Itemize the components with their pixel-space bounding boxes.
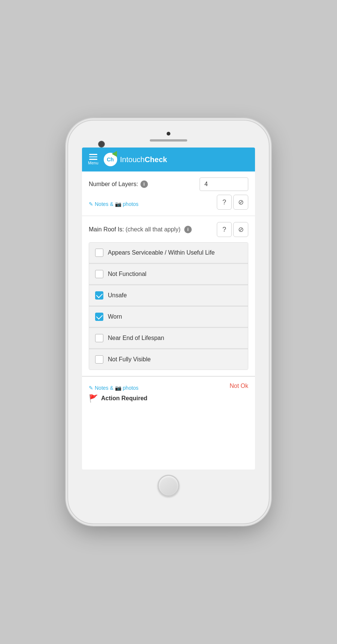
phone-bottom: [158, 470, 179, 504]
checkbox-worn-label: Worn: [108, 313, 122, 320]
main-roof-section: Main Roof Is: (check all that apply) i ?…: [82, 216, 255, 376]
checkbox-worn[interactable]: Worn: [89, 307, 248, 328]
checkbox-unsafe-label: Unsafe: [108, 292, 127, 299]
phone-camera-lens: [98, 141, 105, 148]
phone-top-bar: [68, 132, 269, 148]
logo-icon: Ch: [104, 153, 117, 166]
layers-btn-group: ? ⊘: [217, 195, 248, 210]
speaker: [150, 139, 187, 142]
checkbox-serviceable-box[interactable]: [95, 249, 103, 257]
logo-leaf: [112, 149, 119, 157]
checkbox-not-functional-label: Not Functional: [108, 271, 146, 277]
checkbox-not-visible-label: Not Fully Visible: [108, 356, 151, 363]
main-roof-label: Main Roof Is:: [89, 226, 124, 233]
layers-row: Number of Layers: i: [89, 177, 248, 191]
roof-notes-anchor[interactable]: ✎ Notes & 📷 photos: [89, 385, 139, 391]
main-roof-info-icon[interactable]: i: [184, 226, 192, 233]
phone-screen: Menu Ch IntouchCheck Number of Layers:: [82, 148, 255, 470]
logo-area: Ch IntouchCheck: [104, 153, 167, 166]
phone-frame: Menu Ch IntouchCheck Number of Layers:: [67, 120, 270, 524]
number-of-layers-section: Number of Layers: i ✎ Notes & 📷 photos: [82, 171, 255, 216]
app-header: Menu Ch IntouchCheck: [82, 148, 255, 171]
checkbox-serviceable-label: Appears Serviceable / Within Useful Life: [108, 249, 215, 256]
app-title: IntouchCheck: [120, 155, 167, 164]
layers-question-btn[interactable]: ?: [217, 195, 232, 210]
camera-icon: 📷: [115, 201, 121, 207]
checkbox-not-functional-box[interactable]: [95, 270, 103, 278]
checkbox-worn-box[interactable]: [95, 313, 103, 321]
home-button[interactable]: [158, 475, 179, 496]
checkbox-serviceable[interactable]: Appears Serviceable / Within Useful Life: [89, 243, 248, 264]
checkbox-not-visible[interactable]: Not Fully Visible: [89, 349, 248, 370]
bottom-bar-top-row: ✎ Notes & 📷 photos Not Ok: [89, 381, 248, 391]
checkbox-near-end[interactable]: Near End of Lifespan: [89, 328, 248, 349]
hamburger-menu-button[interactable]: [89, 154, 97, 160]
layers-cancel-btn[interactable]: ⊘: [233, 195, 248, 210]
checkbox-not-visible-box[interactable]: [95, 355, 103, 364]
bottom-action-bar: ✎ Notes & 📷 photos Not Ok 🚩 Action Requi…: [82, 376, 255, 407]
checkbox-near-end-label: Near End of Lifespan: [108, 335, 164, 341]
checkbox-unsafe[interactable]: Unsafe: [89, 285, 248, 307]
checkbox-unsafe-box[interactable]: [95, 291, 103, 300]
layers-notes-link[interactable]: ✎ Notes & 📷 photos: [89, 201, 139, 207]
roof-notes-link[interactable]: ✎ Notes & 📷 photos: [89, 385, 139, 391]
checkbox-near-end-box[interactable]: [95, 334, 103, 342]
main-roof-question-btn[interactable]: ?: [217, 222, 232, 237]
menu-label: Menu: [88, 161, 98, 165]
screen-content[interactable]: Number of Layers: i ✎ Notes & 📷 photos: [82, 171, 255, 470]
main-roof-btn-group: ? ⊘: [217, 222, 248, 237]
edit-icon: ✎: [89, 201, 93, 207]
checkbox-not-functional[interactable]: Not Functional: [89, 264, 248, 285]
not-ok-badge: Not Ok: [230, 383, 248, 389]
layers-input[interactable]: [200, 177, 248, 191]
main-roof-row: Main Roof Is: (check all that apply) i ?…: [89, 222, 248, 237]
checkbox-list: Appears Serviceable / Within Useful Life…: [89, 242, 248, 370]
roof-camera-icon: 📷: [115, 385, 121, 391]
main-roof-cancel-btn[interactable]: ⊘: [233, 222, 248, 237]
action-required-label: Action Required: [101, 395, 148, 402]
main-roof-sublabel: (check all that apply): [125, 226, 180, 233]
layers-notes-anchor[interactable]: ✎ Notes & 📷 photos: [89, 201, 139, 207]
layers-info-icon[interactable]: i: [140, 180, 148, 188]
front-camera: [167, 132, 170, 136]
flag-icon: 🚩: [89, 394, 98, 403]
layers-label: Number of Layers:: [89, 181, 138, 188]
action-required-row: 🚩 Action Required: [89, 394, 248, 403]
roof-edit-icon: ✎: [89, 385, 93, 391]
